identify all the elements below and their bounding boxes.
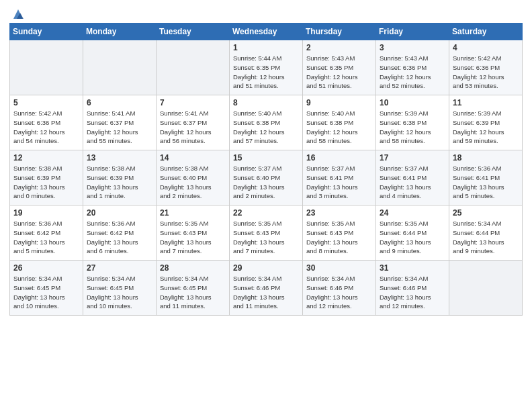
day-number: 31 [380,263,445,273]
day-info: Sunrise: 5:41 AM Sunset: 6:37 PM Dayligh… [87,109,152,146]
day-cell: 24Sunrise: 5:35 AM Sunset: 6:44 PM Dayli… [376,205,449,261]
day-number: 3 [380,43,445,52]
day-info: Sunrise: 5:34 AM Sunset: 6:45 PM Dayligh… [160,274,226,311]
day-info: Sunrise: 5:42 AM Sunset: 6:36 PM Dayligh… [13,109,79,146]
day-cell: 19Sunrise: 5:36 AM Sunset: 6:42 PM Dayli… [10,205,83,261]
day-cell: 22Sunrise: 5:35 AM Sunset: 6:43 PM Dayli… [230,205,303,261]
day-cell: 30Sunrise: 5:34 AM Sunset: 6:46 PM Dayli… [303,261,376,316]
day-cell: 9Sunrise: 5:40 AM Sunset: 6:38 PM Daylig… [303,95,376,150]
day-info: Sunrise: 5:37 AM Sunset: 6:40 PM Dayligh… [233,164,299,201]
day-info: Sunrise: 5:42 AM Sunset: 6:36 PM Dayligh… [453,54,519,91]
day-cell: 10Sunrise: 5:39 AM Sunset: 6:38 PM Dayli… [376,95,449,150]
day-info: Sunrise: 5:37 AM Sunset: 6:41 PM Dayligh… [306,164,372,201]
day-cell: 31Sunrise: 5:34 AM Sunset: 6:46 PM Dayli… [376,261,449,316]
day-cell: 6Sunrise: 5:41 AM Sunset: 6:37 PM Daylig… [83,95,157,150]
day-info: Sunrise: 5:35 AM Sunset: 6:44 PM Dayligh… [380,219,445,256]
page: SundayMondayTuesdayWednesdayThursdayFrid… [0,0,532,322]
day-cell: 11Sunrise: 5:39 AM Sunset: 6:39 PM Dayli… [449,95,523,150]
day-number: 2 [306,43,372,52]
day-info: Sunrise: 5:38 AM Sunset: 6:39 PM Dayligh… [13,164,79,201]
day-info: Sunrise: 5:43 AM Sunset: 6:36 PM Dayligh… [380,54,445,91]
day-number: 18 [453,153,519,163]
day-number: 30 [306,263,372,273]
day-number: 27 [87,263,152,273]
day-info: Sunrise: 5:34 AM Sunset: 6:46 PM Dayligh… [380,274,445,311]
week-row-1: 5Sunrise: 5:42 AM Sunset: 6:36 PM Daylig… [10,95,523,150]
day-number: 17 [380,153,445,163]
day-cell: 1Sunrise: 5:44 AM Sunset: 6:35 PM Daylig… [230,40,303,95]
day-cell: 13Sunrise: 5:38 AM Sunset: 6:39 PM Dayli… [83,150,157,205]
day-cell: 8Sunrise: 5:40 AM Sunset: 6:38 PM Daylig… [230,95,303,150]
day-cell [10,40,83,95]
day-number: 6 [87,98,152,107]
logo [9,7,26,19]
header-cell-monday: Monday [83,24,157,40]
day-info: Sunrise: 5:40 AM Sunset: 6:38 PM Dayligh… [306,109,372,146]
day-cell: 3Sunrise: 5:43 AM Sunset: 6:36 PM Daylig… [376,40,449,95]
day-info: Sunrise: 5:43 AM Sunset: 6:35 PM Dayligh… [306,54,372,91]
day-number: 20 [87,208,152,218]
day-number: 28 [160,263,226,273]
day-number: 7 [160,98,226,107]
day-number: 29 [233,263,299,273]
day-info: Sunrise: 5:40 AM Sunset: 6:38 PM Dayligh… [233,109,299,146]
day-cell [157,40,230,95]
header-cell-sunday: Sunday [10,24,83,40]
day-cell: 7Sunrise: 5:41 AM Sunset: 6:37 PM Daylig… [157,95,230,150]
day-cell: 16Sunrise: 5:37 AM Sunset: 6:41 PM Dayli… [303,150,376,205]
day-cell: 15Sunrise: 5:37 AM Sunset: 6:40 PM Dayli… [230,150,303,205]
day-number: 16 [306,153,372,163]
day-cell: 25Sunrise: 5:34 AM Sunset: 6:44 PM Dayli… [449,205,523,261]
day-info: Sunrise: 5:38 AM Sunset: 6:39 PM Dayligh… [87,164,152,201]
day-cell: 18Sunrise: 5:36 AM Sunset: 6:41 PM Dayli… [449,150,523,205]
header-row: SundayMondayTuesdayWednesdayThursdayFrid… [10,24,523,40]
day-number: 10 [380,98,445,107]
day-number: 22 [233,208,299,218]
week-row-3: 19Sunrise: 5:36 AM Sunset: 6:42 PM Dayli… [10,205,523,261]
day-number: 23 [306,208,372,218]
day-info: Sunrise: 5:35 AM Sunset: 6:43 PM Dayligh… [306,219,372,256]
day-number: 26 [13,263,79,273]
day-cell: 21Sunrise: 5:35 AM Sunset: 6:43 PM Dayli… [157,205,230,261]
day-cell: 27Sunrise: 5:34 AM Sunset: 6:45 PM Dayli… [83,261,157,316]
day-cell: 14Sunrise: 5:38 AM Sunset: 6:40 PM Dayli… [157,150,230,205]
week-row-0: 1Sunrise: 5:44 AM Sunset: 6:35 PM Daylig… [10,40,523,95]
day-info: Sunrise: 5:36 AM Sunset: 6:41 PM Dayligh… [453,164,519,201]
day-cell: 28Sunrise: 5:34 AM Sunset: 6:45 PM Dayli… [157,261,230,316]
day-cell: 12Sunrise: 5:38 AM Sunset: 6:39 PM Dayli… [10,150,83,205]
calendar-table: SundayMondayTuesdayWednesdayThursdayFrid… [9,23,523,316]
day-cell: 26Sunrise: 5:34 AM Sunset: 6:45 PM Dayli… [10,261,83,316]
day-number: 1 [233,43,299,52]
day-number: 8 [233,98,299,107]
day-info: Sunrise: 5:36 AM Sunset: 6:42 PM Dayligh… [13,219,79,256]
day-cell: 4Sunrise: 5:42 AM Sunset: 6:36 PM Daylig… [449,40,523,95]
day-number: 4 [453,43,519,52]
logo-icon [11,7,26,21]
day-info: Sunrise: 5:35 AM Sunset: 6:43 PM Dayligh… [233,219,299,256]
day-info: Sunrise: 5:44 AM Sunset: 6:35 PM Dayligh… [233,54,299,91]
day-info: Sunrise: 5:41 AM Sunset: 6:37 PM Dayligh… [160,109,226,146]
day-info: Sunrise: 5:38 AM Sunset: 6:40 PM Dayligh… [160,164,226,201]
day-number: 14 [160,153,226,163]
header-cell-saturday: Saturday [449,24,523,40]
day-cell: 23Sunrise: 5:35 AM Sunset: 6:43 PM Dayli… [303,205,376,261]
day-info: Sunrise: 5:34 AM Sunset: 6:44 PM Dayligh… [453,219,519,256]
day-number: 11 [453,98,519,107]
day-number: 19 [13,208,79,218]
day-number: 12 [13,153,79,163]
day-info: Sunrise: 5:34 AM Sunset: 6:45 PM Dayligh… [87,274,152,311]
week-row-2: 12Sunrise: 5:38 AM Sunset: 6:39 PM Dayli… [10,150,523,205]
week-row-4: 26Sunrise: 5:34 AM Sunset: 6:45 PM Dayli… [10,261,523,316]
day-number: 5 [13,98,79,107]
header-cell-wednesday: Wednesday [230,24,303,40]
day-info: Sunrise: 5:36 AM Sunset: 6:42 PM Dayligh… [87,219,152,256]
day-cell: 5Sunrise: 5:42 AM Sunset: 6:36 PM Daylig… [10,95,83,150]
day-info: Sunrise: 5:39 AM Sunset: 6:39 PM Dayligh… [453,109,519,146]
day-info: Sunrise: 5:34 AM Sunset: 6:46 PM Dayligh… [306,274,372,311]
day-number: 21 [160,208,226,218]
day-cell: 2Sunrise: 5:43 AM Sunset: 6:35 PM Daylig… [303,40,376,95]
day-info: Sunrise: 5:34 AM Sunset: 6:45 PM Dayligh… [13,274,79,311]
day-cell [449,261,523,316]
day-cell [83,40,157,95]
header-cell-thursday: Thursday [303,24,376,40]
